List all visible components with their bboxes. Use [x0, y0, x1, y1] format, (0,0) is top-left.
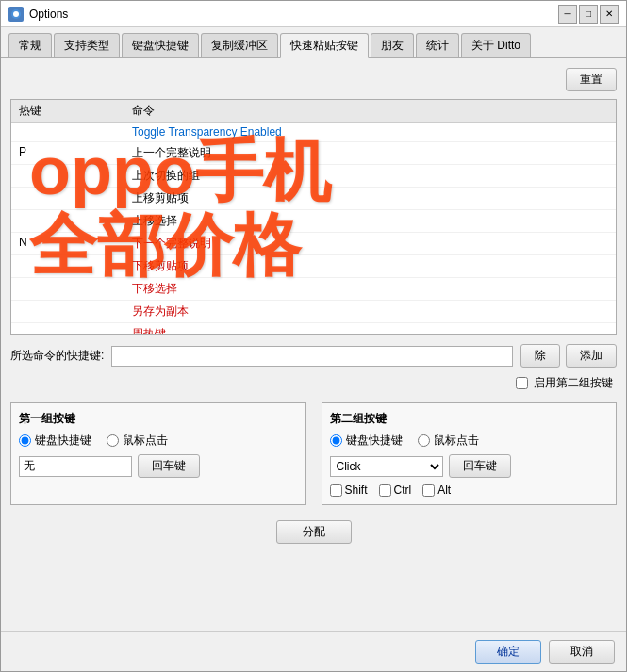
tab-friends[interactable]: 朋友	[371, 33, 414, 57]
group2-title: 第二组按键	[330, 411, 609, 427]
second-group-label: 启用第二组按键	[534, 375, 613, 391]
table-row[interactable]: P上一个完整说明	[11, 142, 616, 165]
tab-bar: 常规支持类型键盘快捷键复制缓冲区快速粘贴按键朋友统计关于 Ditto	[1, 27, 626, 58]
group2-enter-button[interactable]: 回车键	[449, 454, 511, 478]
assign-row: 分配	[10, 520, 617, 544]
cancel-button[interactable]: 取消	[549, 640, 615, 664]
group1-radio1[interactable]	[19, 434, 31, 447]
title-bar: Options ─ □ ✕	[1, 1, 626, 27]
group1-radio-row: 键盘快捷键 鼠标点击	[19, 433, 298, 449]
add-button[interactable]: 添加	[566, 344, 617, 368]
group2-box: 第二组按键 键盘快捷键 鼠标点击 Click 回车键	[322, 402, 618, 505]
table-row[interactable]: Toggle Transparency Enabled	[11, 123, 616, 142]
second-group-checkbox-row: 启用第二组按键	[10, 375, 617, 391]
shortcut-label: 所选命令的快捷键:	[10, 348, 104, 364]
table-row[interactable]: 周热键	[11, 323, 616, 335]
table-row[interactable]: 下移选择	[11, 278, 616, 301]
tab-support[interactable]: 支持类型	[54, 33, 120, 57]
group1-radio2-label[interactable]: 鼠标点击	[107, 433, 168, 449]
options-window: Options ─ □ ✕ 常规支持类型键盘快捷键复制缓冲区快速粘贴按键朋友统计…	[0, 0, 627, 672]
window-title: Options	[29, 8, 558, 21]
table-row[interactable]: 上移剪贴项	[11, 188, 616, 210]
reset-button[interactable]: 重置	[566, 68, 617, 91]
shift-checkbox[interactable]	[330, 484, 342, 497]
group2-radio2[interactable]	[418, 434, 430, 447]
ctrl-checkbox[interactable]	[379, 484, 391, 497]
svg-point-1	[13, 11, 19, 17]
group2-radio1[interactable]	[330, 434, 342, 447]
table-row[interactable]: 上移选择	[11, 210, 616, 233]
group2-select[interactable]: Click	[330, 456, 443, 477]
close-button[interactable]: ✕	[600, 5, 619, 24]
ctrl-label[interactable]: Ctrl	[379, 484, 412, 497]
hotkey-list[interactable]: 热键 命令 Toggle Transparency EnabledP上一个完整说…	[10, 99, 617, 335]
group1-enter-button[interactable]: 回车键	[138, 454, 200, 478]
shift-label[interactable]: Shift	[330, 484, 368, 497]
maximize-button[interactable]: □	[579, 5, 598, 24]
alt-label[interactable]: Alt	[422, 484, 451, 497]
bottom-bar: 确定 取消	[1, 631, 626, 671]
second-group-checkbox[interactable]	[516, 377, 528, 389]
window-controls: ─ □ ✕	[558, 5, 619, 24]
shortcut-input[interactable]	[111, 346, 513, 367]
tab-about[interactable]: 关于 Ditto	[461, 33, 531, 57]
tab-clipboard[interactable]: 复制缓冲区	[201, 33, 278, 57]
group2-radio1-label[interactable]: 键盘快捷键	[330, 433, 403, 449]
group1-key-input[interactable]	[19, 456, 132, 477]
minimize-button[interactable]: ─	[558, 5, 577, 24]
table-row[interactable]: 上次切换的组	[11, 165, 616, 188]
app-icon	[8, 7, 24, 22]
shortcut-label-row: 所选命令的快捷键: 除 添加	[10, 344, 617, 368]
ok-button[interactable]: 确定	[475, 640, 541, 664]
list-header: 热键 命令	[11, 100, 616, 123]
group2-radio2-label[interactable]: 鼠标点击	[418, 433, 479, 449]
assign-button[interactable]: 分配	[276, 520, 352, 544]
tab-general[interactable]: 常规	[8, 33, 52, 57]
group2-radio-row: 键盘快捷键 鼠标点击	[330, 433, 609, 449]
group2-input-row: Click 回车键	[330, 454, 609, 478]
table-row[interactable]: N下一个完整说明	[11, 233, 616, 255]
col-hotkey: 热键	[11, 100, 124, 122]
reset-row: 重置	[10, 68, 617, 91]
tab-stats[interactable]: 统计	[416, 33, 459, 57]
group1-input-row: 回车键	[19, 454, 298, 478]
group1-box: 第一组按键 键盘快捷键 鼠标点击 回车键	[10, 402, 306, 505]
groups-row: 第一组按键 键盘快捷键 鼠标点击 回车键	[10, 402, 617, 505]
group1-radio1-label[interactable]: 键盘快捷键	[19, 433, 91, 449]
modifier-row: Shift Ctrl Alt	[330, 484, 609, 497]
group1-radio2[interactable]	[107, 434, 119, 447]
tab-quickpaste[interactable]: 快速粘贴按键	[280, 33, 369, 58]
table-row[interactable]: 下移剪贴项	[11, 255, 616, 278]
alt-checkbox[interactable]	[422, 484, 435, 497]
group1-title: 第一组按键	[19, 411, 298, 427]
shortcut-actions: 除 添加	[520, 344, 617, 368]
delete-button[interactable]: 除	[520, 344, 560, 368]
main-content: oppo手机 全部价格 重置 热键 命令 Toggle Transparency…	[1, 58, 626, 631]
col-command: 命令	[124, 100, 616, 122]
table-row[interactable]: 另存为副本	[11, 301, 616, 323]
tab-keyboard[interactable]: 键盘快捷键	[122, 33, 199, 57]
